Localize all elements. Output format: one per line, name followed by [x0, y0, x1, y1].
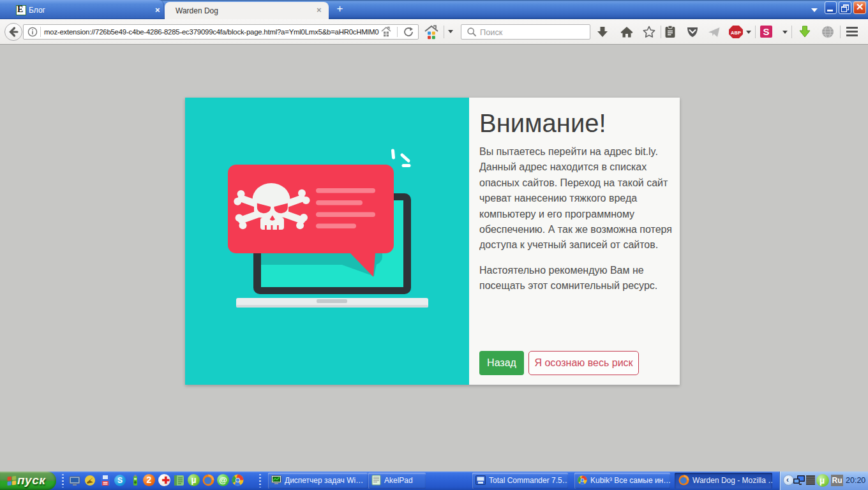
svg-text:ABP: ABP	[731, 30, 741, 36]
